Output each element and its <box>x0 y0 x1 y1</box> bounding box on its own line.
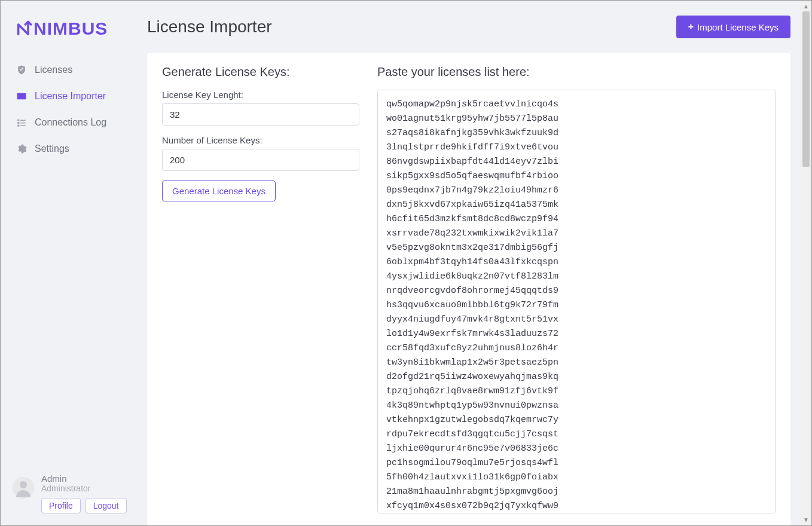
gear-icon <box>16 143 28 155</box>
brand-logo: NIMBUS <box>1 13 144 57</box>
scroll-down-arrow[interactable]: ▼ <box>801 515 811 525</box>
svg-point-1 <box>20 481 27 488</box>
sidebar: NIMBUS Licenses License Importer Connect… <box>1 1 144 525</box>
list-icon <box>16 117 28 129</box>
license-key-length-input[interactable] <box>162 103 359 126</box>
sidebar-item-settings[interactable]: Settings <box>7 136 138 162</box>
user-role: Administrator <box>41 484 127 493</box>
plus-icon: + <box>688 22 694 32</box>
paste-title: Paste your licenses list here: <box>377 65 776 79</box>
shield-check-icon <box>16 64 28 76</box>
count-label: Number of License Keys: <box>162 135 359 145</box>
main-content: License Importer + Import License Keys G… <box>144 1 811 525</box>
card: Generate License Keys: License Key Lengh… <box>147 53 790 525</box>
import-license-keys-button[interactable]: + Import License Keys <box>676 16 790 38</box>
generate-license-keys-button[interactable]: Generate License Keys <box>162 181 276 201</box>
paste-column: Paste your licenses list here: <box>377 65 776 513</box>
sidebar-item-label: Connections Log <box>35 117 106 128</box>
nav-list: Licenses License Importer Connections Lo… <box>1 57 144 464</box>
scroll-thumb[interactable] <box>802 11 810 167</box>
sidebar-item-connections-log[interactable]: Connections Log <box>7 109 138 136</box>
generate-column: Generate License Keys: License Key Lengh… <box>162 65 359 513</box>
window-scrollbar[interactable]: ▲ ▼ <box>801 1 811 525</box>
license-key-count-input[interactable] <box>162 149 359 171</box>
sidebar-footer: Admin Administrator Profile Logout <box>1 464 144 525</box>
logo-text: NIMBUS <box>33 19 108 39</box>
logout-button[interactable]: Logout <box>86 498 127 513</box>
length-label: License Key Lenght: <box>162 90 359 100</box>
sidebar-item-label: Licenses <box>35 65 72 75</box>
import-button-label: Import License Keys <box>697 22 779 32</box>
profile-button[interactable]: Profile <box>41 498 81 513</box>
sidebar-item-license-importer[interactable]: License Importer <box>7 83 138 109</box>
sidebar-item-licenses[interactable]: Licenses <box>7 57 138 83</box>
card-icon <box>16 90 28 102</box>
page-title: License Importer <box>147 17 272 36</box>
main-header: License Importer + Import License Keys <box>147 16 790 38</box>
licenses-textarea[interactable] <box>377 90 776 513</box>
logo-icon <box>16 20 32 37</box>
user-name: Admin <box>41 473 127 484</box>
scroll-up-arrow[interactable]: ▲ <box>801 1 811 11</box>
sidebar-item-label: License Importer <box>35 91 106 102</box>
generate-title: Generate License Keys: <box>162 65 359 79</box>
avatar <box>13 477 34 499</box>
sidebar-item-label: Settings <box>35 143 69 154</box>
